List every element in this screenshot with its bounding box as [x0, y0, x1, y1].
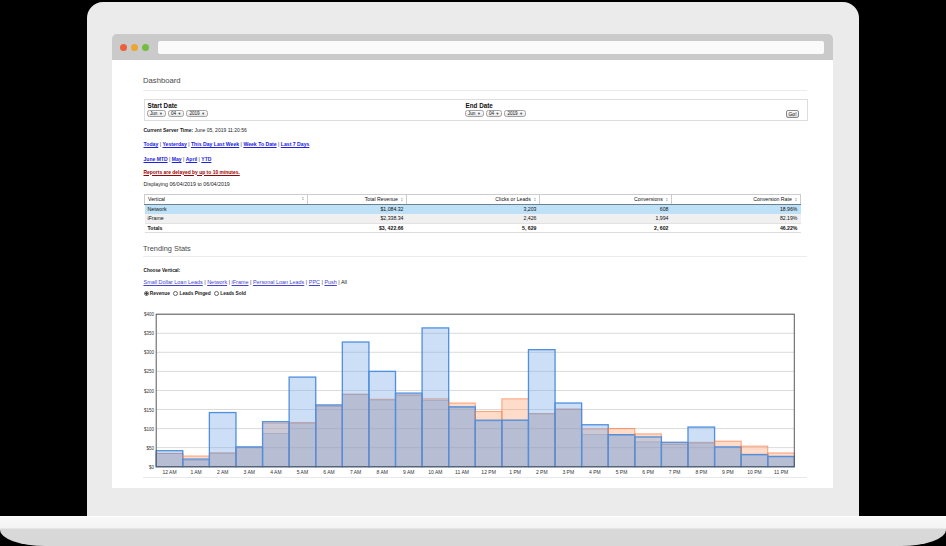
svg-text:2 AM: 2 AM	[217, 469, 228, 475]
svg-text:7 PM: 7 PM	[669, 469, 681, 475]
svg-text:$150: $150	[144, 408, 155, 413]
svg-text:5 PM: 5 PM	[616, 469, 628, 475]
svg-text:12 PM: 12 PM	[481, 469, 495, 475]
svg-text:7 AM: 7 AM	[350, 469, 361, 475]
svg-text:10 AM: 10 AM	[428, 469, 442, 475]
svg-text:3 PM: 3 PM	[562, 469, 574, 475]
svg-text:6 PM: 6 PM	[642, 469, 654, 475]
svg-text:2 PM: 2 PM	[536, 469, 548, 475]
svg-text:9 AM: 9 AM	[403, 469, 414, 475]
svg-text:$200: $200	[144, 389, 155, 394]
svg-text:11 PM: 11 PM	[774, 469, 788, 475]
svg-text:$0: $0	[149, 465, 155, 470]
svg-text:8 AM: 8 AM	[376, 469, 387, 475]
svg-text:$400: $400	[144, 312, 155, 317]
svg-text:$50: $50	[146, 446, 154, 451]
svg-text:12 AM: 12 AM	[162, 469, 176, 475]
svg-text:3 AM: 3 AM	[244, 469, 255, 475]
svg-text:$350: $350	[144, 331, 155, 336]
svg-text:$300: $300	[144, 350, 155, 355]
svg-text:$100: $100	[144, 427, 155, 432]
svg-text:6 AM: 6 AM	[323, 469, 334, 475]
svg-text:1 AM: 1 AM	[190, 469, 201, 475]
svg-text:11 AM: 11 AM	[455, 469, 469, 475]
svg-text:10 PM: 10 PM	[747, 469, 761, 475]
svg-text:8 PM: 8 PM	[695, 469, 707, 475]
svg-text:9 PM: 9 PM	[722, 469, 734, 475]
svg-text:$250: $250	[144, 369, 155, 374]
svg-text:5 AM: 5 AM	[297, 469, 308, 475]
svg-text:4 PM: 4 PM	[589, 469, 601, 475]
svg-text:4 AM: 4 AM	[270, 469, 281, 475]
svg-text:1 PM: 1 PM	[509, 469, 521, 475]
